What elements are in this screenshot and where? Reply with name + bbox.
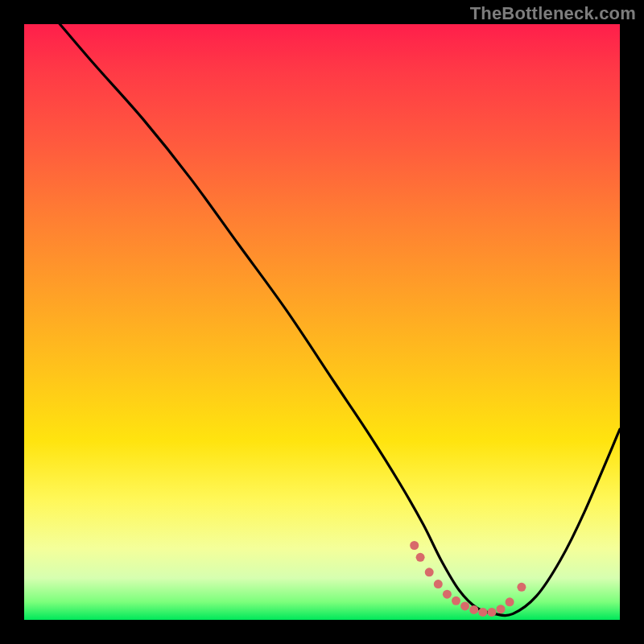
curve-svg (24, 24, 620, 620)
watermark-text: TheBottleneck.com (470, 3, 636, 24)
optimal-dot (487, 608, 496, 617)
optimal-dot (425, 568, 434, 576)
optimal-dot (478, 608, 487, 617)
optimal-dot (434, 580, 443, 588)
optimal-dot (410, 541, 419, 550)
optimal-dot (469, 605, 478, 614)
optimal-dot (416, 553, 425, 562)
plot-area (24, 24, 620, 620)
bottleneck-curve (24, 0, 620, 616)
optimal-dot (517, 583, 526, 592)
optimal-dot (497, 605, 506, 613)
optimal-dot (443, 590, 452, 599)
optimal-dot (506, 597, 514, 606)
optimal-dot (460, 601, 469, 610)
chart-frame: TheBottleneck.com (0, 0, 644, 644)
optimal-dot (452, 597, 460, 605)
optimal-range-dots (410, 541, 526, 617)
